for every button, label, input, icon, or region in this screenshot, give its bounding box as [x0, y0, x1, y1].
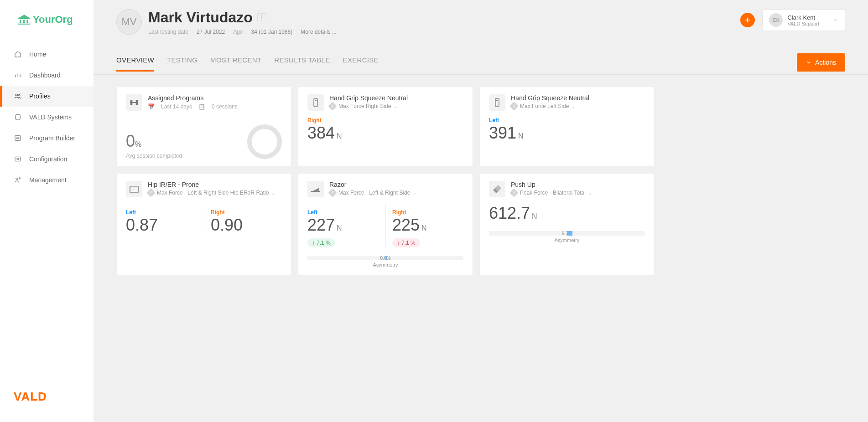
chevron-down-icon: ⌄ [588, 190, 592, 196]
svg-rect-16 [495, 98, 499, 107]
nav-management[interactable]: Management [0, 170, 94, 190]
svg-rect-15 [315, 100, 317, 101]
metric-label: Max Force - Left & Right Side Hip ER:IR … [157, 190, 269, 196]
configuration-icon [14, 155, 22, 163]
pushup-unit: N [532, 212, 537, 221]
svg-point-8 [19, 178, 21, 179]
nav-program-builder[interactable]: Program Builder [0, 128, 94, 149]
info-icon: ! [328, 188, 337, 197]
device-icon [489, 94, 505, 111]
nav-home-label: Home [29, 51, 46, 58]
tab-most-recent[interactable]: MOST RECENT [210, 56, 261, 72]
add-button[interactable] [740, 13, 755, 27]
card-grip-right: Hand Grip Squeeze Neutral ! Max Force Ri… [298, 87, 473, 167]
metric-selector[interactable]: ! Max Force - Left & Right Side ⌄ [329, 190, 463, 196]
builder-icon [14, 134, 22, 142]
metric-selector[interactable]: ! Max Force - Left & Right Side Hip ER:I… [148, 190, 282, 196]
sidebar: YourOrg Home Dashboard Profiles VALD Sys… [0, 0, 94, 422]
grip-left-value: 391 [489, 124, 516, 143]
card-title: Assigned Programs [148, 94, 282, 102]
device-icon [307, 94, 324, 111]
cards-grid: Assigned Programs 📅 Last 14 days 📋 0 ses… [94, 75, 677, 287]
nav-profiles[interactable]: Profiles [0, 86, 94, 107]
user-name: Clark Kent [787, 14, 819, 21]
chevron-down-icon: ⌄ [413, 190, 416, 196]
right-label: Right [211, 209, 277, 216]
nav-configuration-label: Configuration [29, 155, 67, 163]
nav-vald-systems-label: VALD Systems [29, 113, 72, 121]
nav-program-builder-label: Program Builder [29, 134, 75, 142]
asym-mark [567, 231, 572, 236]
razor-left-delta: ↑7.1 % [307, 238, 335, 247]
svg-rect-13 [136, 100, 138, 104]
metric-label: Max Force Left Side [520, 103, 569, 109]
user-avatar: CK [769, 13, 783, 27]
home-icon [14, 50, 22, 58]
razor-right-value: 225 [392, 216, 420, 235]
tab-testing[interactable]: TESTING [167, 56, 198, 72]
nav-home[interactable]: Home [0, 44, 94, 65]
metric-selector[interactable]: ! Max Force Right Side ⌄ [329, 103, 463, 109]
brand-name: YourOrg [33, 14, 73, 26]
asym-label: Asymmetry [489, 237, 645, 243]
barbell-icon [126, 94, 142, 111]
nav-configuration[interactable]: Configuration [0, 149, 94, 170]
brand-footer: VALD [0, 376, 94, 422]
actions-button[interactable]: Actions [797, 53, 845, 72]
card-hip: Hip IR/ER - Prone ! Max Force - Left & R… [116, 173, 291, 275]
chevron-down-icon: ⌄ [572, 104, 575, 109]
last-testing-value: 27 Jul 2022 [197, 29, 225, 35]
nav-vald-systems[interactable]: VALD Systems [0, 107, 94, 128]
nav-dashboard[interactable]: Dashboard [0, 65, 94, 86]
info-icon: ! [146, 188, 156, 197]
card-title: Hand Grip Squeeze Neutral [511, 94, 645, 102]
nav: Home Dashboard Profiles VALD Systems Pro… [0, 39, 94, 190]
card-title: Razor [329, 181, 463, 188]
right-label: Right [392, 209, 459, 216]
nav-dashboard-label: Dashboard [29, 72, 61, 79]
systems-icon [14, 113, 22, 121]
user-menu[interactable]: CK Clark Kent VALD Support [762, 9, 845, 31]
management-icon [14, 176, 22, 184]
assigned-sessions: 0 sessions [212, 103, 238, 110]
dashboard-icon [14, 71, 22, 79]
assigned-pct: 0 [126, 132, 135, 150]
card-title: Push Up [511, 181, 645, 188]
more-details-link[interactable]: More details ... [301, 29, 337, 35]
tab-results-table[interactable]: RESULTS TABLE [274, 56, 330, 72]
tab-exercise[interactable]: EXERCISE [343, 56, 379, 72]
razor-right-unit: N [421, 224, 427, 232]
clipboard-icon: 📋 [198, 103, 205, 110]
left-label: Left [126, 209, 199, 216]
actions-label: Actions [815, 59, 836, 66]
calendar-icon: 📅 [148, 103, 155, 110]
hip-right-value: 0.90 [211, 216, 243, 235]
grip-left-unit: N [518, 132, 524, 140]
razor-right-delta: ↓7.1 % [392, 238, 420, 247]
assigned-period: Last 14 days [161, 103, 192, 110]
card-razor: Razor ! Max Force - Left & Right Side ⌄ … [298, 173, 473, 275]
frame-icon [126, 181, 142, 197]
left-label: Left [307, 209, 381, 216]
side-label: Right [307, 117, 463, 124]
chevron-down-icon: ⌄ [271, 190, 275, 196]
card-title: Hand Grip Squeeze Neutral [329, 94, 463, 102]
chevron-down-icon [806, 60, 811, 65]
metric-selector[interactable]: ! Max Force Left Side ⌄ [511, 103, 645, 109]
hip-left-value: 0.87 [126, 216, 158, 235]
tabs-row: OVERVIEW TESTING MOST RECENT RESULTS TAB… [94, 35, 868, 75]
metric-label: Max Force - Left & Right Side [338, 190, 410, 196]
profiles-icon [14, 92, 22, 100]
metric-label: Max Force Right Side [338, 103, 391, 109]
metric-selector[interactable]: ! Peak Force - Bilateral Total ⌄ [511, 190, 645, 196]
tab-overview[interactable]: OVERVIEW [116, 56, 154, 72]
age-label: Age [233, 29, 243, 35]
svg-point-6 [17, 158, 19, 160]
svg-marker-21 [312, 188, 319, 191]
svg-point-7 [16, 178, 18, 180]
progress-ring [247, 124, 282, 159]
main: MV Mark Virtudazo ⋮ Last testing date 27… [94, 0, 868, 422]
profile-menu-button[interactable]: ⋮ [257, 13, 266, 22]
card-pushup: Push Up ! Peak Force - Bilateral Total ⌄… [479, 173, 655, 275]
svg-point-0 [16, 94, 17, 96]
